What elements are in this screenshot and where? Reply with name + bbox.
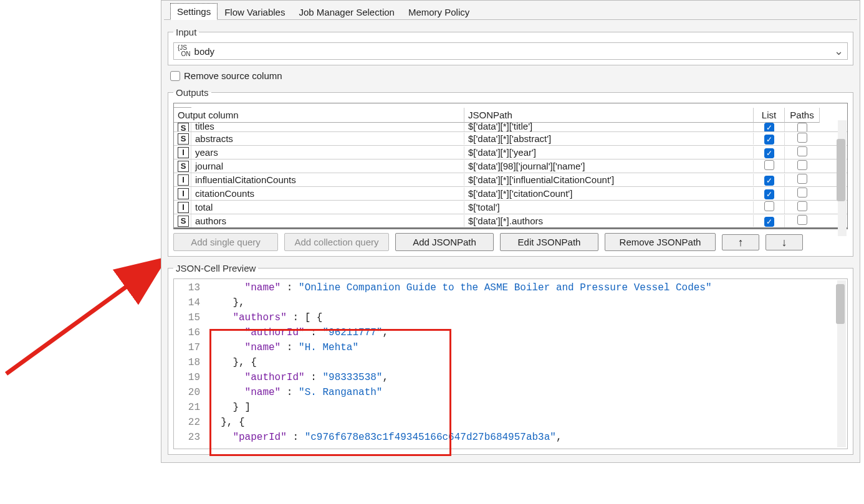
chevron-down-icon: ⌄: [834, 44, 843, 58]
remove-source-label: Remove source column: [184, 70, 282, 81]
paths-cell[interactable]: [785, 173, 820, 186]
table-row[interactable]: IinfluentialCitationCounts$['data'][*]['…: [174, 173, 847, 186]
list-checkbox[interactable]: [764, 201, 774, 211]
json-icon: {JS ON: [178, 45, 191, 57]
list-checkbox[interactable]: [764, 148, 774, 158]
list-cell[interactable]: [754, 146, 785, 159]
paths-cell[interactable]: [785, 201, 820, 214]
paths-cell[interactable]: [785, 214, 820, 227]
tab-settings[interactable]: Settings: [170, 3, 218, 20]
type-cell: I: [174, 187, 191, 200]
input-column-value: body: [194, 46, 215, 57]
jsonpath-cell: $['data'][*]['year']: [464, 146, 754, 158]
type-cell: S: [174, 132, 191, 145]
type-cell: I: [174, 173, 191, 186]
json-preview[interactable]: 1314151617181920212223 "name" : "Online …: [173, 278, 848, 449]
output-name-cell: abstracts: [191, 133, 464, 145]
output-name-cell: total: [191, 201, 464, 213]
type-badge: S: [178, 133, 189, 145]
jsonpath-cell: $['data'][*]['title']: [464, 123, 754, 131]
paths-cell[interactable]: [785, 146, 820, 159]
add-single-query-button[interactable]: Add single query: [173, 233, 278, 251]
col-jsonpath[interactable]: JSONPath: [464, 108, 754, 123]
output-name-cell: citationCounts: [191, 188, 464, 199]
outputs-table: Output column JSONPath List Paths Stitle…: [173, 103, 848, 229]
scrollbar-thumb[interactable]: [836, 284, 845, 324]
list-cell[interactable]: [754, 123, 785, 131]
preview-scrollbar[interactable]: [837, 280, 846, 447]
list-checkbox[interactable]: [764, 135, 774, 145]
paths-checkbox[interactable]: [797, 188, 807, 197]
add-collection-query-button[interactable]: Add collection query: [284, 233, 389, 251]
type-badge: I: [178, 174, 189, 186]
remove-source-row[interactable]: Remove source column: [170, 70, 851, 81]
move-down-button[interactable]: ↓: [766, 234, 803, 250]
table-row[interactable]: IcitationCounts$['data'][*]['citationCou…: [174, 186, 847, 200]
tab-flow-variables[interactable]: Flow Variables: [218, 4, 292, 20]
tab-underline: [164, 19, 857, 20]
list-cell[interactable]: [754, 188, 785, 200]
paths-checkbox[interactable]: [797, 174, 807, 184]
input-legend: Input: [173, 27, 199, 37]
move-up-button[interactable]: ↑: [722, 234, 759, 250]
table-row[interactable]: Sjournal$['data'][98]['journal']['name']: [174, 159, 847, 173]
list-cell[interactable]: [754, 133, 785, 145]
list-checkbox[interactable]: [764, 160, 774, 170]
jsonpath-cell: $['data'][98]['journal']['name']: [464, 160, 754, 172]
tab-memory-policy[interactable]: Memory Policy: [401, 4, 476, 20]
jsonpath-cell: $['data'][*]['citationCount']: [464, 188, 754, 199]
dialog-panel: Settings Flow Variables Job Manager Sele…: [161, 0, 860, 463]
table-row[interactable]: Sabstracts$['data'][*]['abstract']: [174, 131, 847, 145]
paths-cell[interactable]: [785, 132, 820, 145]
remove-source-checkbox[interactable]: [170, 71, 180, 81]
paths-checkbox[interactable]: [797, 123, 807, 131]
type-badge: S: [178, 161, 189, 172]
paths-checkbox[interactable]: [797, 133, 807, 143]
list-checkbox[interactable]: [764, 176, 774, 186]
paths-checkbox[interactable]: [797, 201, 807, 211]
tab-job-manager[interactable]: Job Manager Selection: [292, 4, 401, 20]
list-checkbox[interactable]: [764, 217, 774, 227]
list-checkbox[interactable]: [764, 189, 774, 199]
table-row[interactable]: Sauthors$['data'][*].authors: [174, 214, 847, 227]
edit-jsonpath-button[interactable]: Edit JSONPath: [500, 233, 598, 251]
paths-checkbox[interactable]: [797, 160, 807, 170]
type-cell: I: [174, 201, 191, 214]
col-list[interactable]: List: [754, 108, 785, 123]
annotation-arrow: [0, 255, 168, 380]
col-output[interactable]: Output column: [174, 108, 464, 123]
output-name-cell: influentialCitationCounts: [191, 174, 464, 186]
jsonpath-cell: $['data'][*]['abstract']: [464, 133, 754, 145]
paths-cell[interactable]: [785, 123, 820, 131]
remove-jsonpath-button[interactable]: Remove JSONPath: [605, 233, 716, 251]
paths-checkbox[interactable]: [797, 215, 807, 225]
svg-line-0: [6, 262, 161, 374]
jsonpath-cell: $['data'][*].authors: [464, 215, 754, 227]
list-cell[interactable]: [754, 174, 785, 186]
add-jsonpath-button[interactable]: Add JSONPath: [395, 233, 494, 251]
output-name-cell: journal: [191, 160, 464, 172]
outputs-button-row: Add single query Add collection query Ad…: [173, 233, 848, 251]
table-row[interactable]: Itotal$['total']: [174, 200, 847, 214]
jsonpath-cell: $['data'][*]['influentialCitationCount']: [464, 174, 754, 186]
scrollbar-thumb[interactable]: [837, 139, 845, 201]
list-cell[interactable]: [754, 201, 785, 214]
list-cell[interactable]: [754, 159, 785, 173]
table-row[interactable]: Iyears$['data'][*]['year']: [174, 145, 847, 159]
outputs-scrollbar[interactable]: [838, 120, 847, 236]
type-badge: I: [178, 188, 189, 199]
output-name-cell: years: [191, 146, 464, 158]
code-area[interactable]: "name" : "Online Companion Guide to the …: [209, 280, 835, 445]
input-column-selector[interactable]: {JS ON body ⌄: [173, 42, 848, 60]
outputs-header-row: Output column JSONPath List Paths: [174, 103, 847, 123]
paths-cell[interactable]: [785, 159, 820, 173]
type-cell: S: [174, 123, 191, 131]
list-cell[interactable]: [754, 215, 785, 227]
list-checkbox[interactable]: [764, 123, 774, 131]
table-row[interactable]: Stitles$['data'][*]['title']: [174, 123, 847, 131]
paths-cell[interactable]: [785, 187, 820, 200]
jsonpath-cell: $['total']: [464, 201, 754, 213]
output-name-cell: authors: [191, 215, 464, 227]
paths-checkbox[interactable]: [797, 146, 807, 156]
col-paths[interactable]: Paths: [785, 108, 820, 123]
